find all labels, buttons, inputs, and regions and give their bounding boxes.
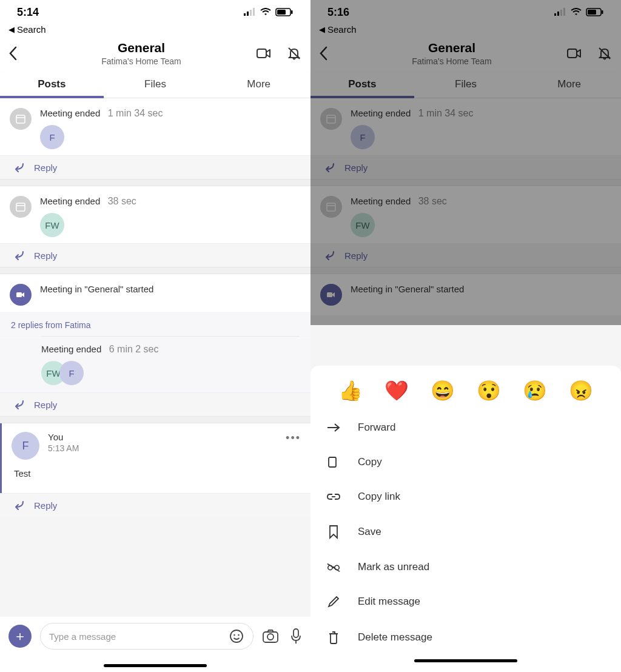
header: General Fatima's Home Team: [310, 38, 621, 72]
avatar: FW: [40, 213, 64, 237]
replies-summary[interactable]: 2 replies from Fatima: [0, 312, 310, 336]
tab-more[interactable]: More: [517, 72, 621, 98]
meeting-ended-item: Meeting ended 1 min 34 sec F: [0, 98, 310, 155]
message-more-icon[interactable]: •••: [286, 432, 301, 445]
nested-reply: Meeting ended 6 min 2 sec FW F: [0, 337, 310, 392]
posts-feed[interactable]: Meeting ended 1 min 34 sec F Reply Meeti…: [0, 98, 310, 617]
reply-button[interactable]: Reply: [0, 243, 310, 267]
reply-button[interactable]: Reply: [310, 243, 621, 267]
sheet-delete[interactable]: Delete message: [310, 619, 621, 656]
status-bar: 5:14: [0, 0, 310, 24]
svg-rect-23: [560, 10, 562, 16]
meeting-title: Meeting ended: [351, 196, 411, 206]
reply-icon: [321, 250, 335, 261]
reply-label: Reply: [34, 500, 57, 511]
svg-rect-1: [247, 12, 249, 16]
tab-posts[interactable]: Posts: [0, 72, 104, 98]
svg-rect-0: [244, 13, 246, 16]
reply-button[interactable]: Reply: [310, 155, 621, 179]
reaction-angry[interactable]: 😠: [569, 379, 593, 402]
back-search-label: Search: [17, 24, 46, 35]
tab-posts[interactable]: Posts: [310, 72, 414, 98]
reply-label: Reply: [344, 163, 368, 173]
reaction-surprised[interactable]: 😯: [477, 379, 501, 402]
reply-button[interactable]: Reply: [0, 493, 310, 517]
battery-icon: [586, 8, 604, 16]
sheet-forward[interactable]: Forward: [310, 411, 621, 445]
compose-placeholder: Type a message: [49, 631, 229, 642]
video-call-icon[interactable]: [566, 45, 582, 61]
sheet-label: Copy link: [358, 491, 400, 503]
channel-title: General: [337, 41, 566, 55]
meeting-duration: 38 sec: [418, 196, 447, 206]
message-item[interactable]: F You 5:13 AM ••• Test: [0, 423, 310, 493]
back-button[interactable]: [319, 46, 337, 61]
sheet-copy[interactable]: Copy: [310, 445, 621, 480]
avatar: FW: [351, 213, 375, 237]
calendar-icon: [320, 196, 342, 218]
notifications-off-icon[interactable]: [597, 45, 613, 61]
home-indicator: [414, 659, 517, 662]
message-body: Test: [2, 465, 310, 493]
copy-icon: [326, 455, 341, 469]
reaction-laugh[interactable]: 😄: [431, 379, 455, 402]
video-call-icon[interactable]: [256, 45, 272, 61]
sheet-copy-link[interactable]: Copy link: [310, 480, 621, 514]
svg-point-18: [267, 634, 274, 640]
emoji-icon[interactable]: [229, 628, 244, 644]
reply-icon: [321, 162, 335, 173]
sheet-mark-unread[interactable]: Mark as unread: [310, 550, 621, 584]
sheet-label: Edit message: [358, 596, 420, 608]
link-icon: [326, 492, 341, 501]
reaction-sad[interactable]: 😢: [523, 379, 547, 402]
message-author: You: [48, 432, 79, 442]
avatar: F: [12, 432, 39, 460]
reply-button[interactable]: Reply: [0, 155, 310, 179]
svg-rect-5: [277, 10, 286, 15]
reply-icon: [11, 399, 24, 410]
reply-label: Reply: [34, 250, 57, 261]
team-subtitle: Fatima's Home Team: [27, 56, 256, 66]
back-search-label: Search: [327, 24, 357, 35]
back-to-search[interactable]: ◀ Search: [0, 24, 310, 38]
sheet-save[interactable]: Save: [310, 514, 621, 550]
meeting-duration: 1 min 34 sec: [108, 108, 163, 118]
reply-icon: [11, 250, 24, 261]
tab-more[interactable]: More: [207, 72, 310, 98]
glasses-off-icon: [326, 562, 341, 573]
back-button[interactable]: [8, 46, 27, 61]
composer: ＋ Type a message: [0, 617, 310, 660]
status-time: 5:14: [17, 6, 39, 19]
svg-point-15: [233, 634, 235, 636]
microphone-icon[interactable]: [290, 628, 302, 645]
svg-rect-30: [327, 115, 335, 123]
notifications-off-icon[interactable]: [286, 45, 302, 61]
channel-title: General: [27, 41, 256, 55]
camera-icon[interactable]: [262, 629, 279, 643]
add-button[interactable]: ＋: [8, 625, 32, 648]
meeting-title: Meeting in "General" started: [40, 284, 153, 294]
reply-label: Reply: [34, 400, 57, 410]
svg-rect-2: [250, 10, 252, 16]
avatar: F: [59, 361, 84, 385]
svg-rect-32: [327, 203, 335, 211]
reply-button[interactable]: Reply: [0, 392, 310, 416]
sheet-label: Copy: [358, 456, 382, 468]
pencil-icon: [326, 595, 341, 608]
back-to-search[interactable]: ◀ Search: [310, 24, 621, 38]
meeting-title: Meeting ended: [40, 108, 100, 118]
avatar: F: [40, 125, 64, 149]
svg-rect-7: [257, 49, 266, 58]
avatar: F: [351, 125, 375, 149]
svg-rect-3: [253, 8, 255, 16]
tab-files[interactable]: Files: [104, 72, 207, 98]
reaction-heart[interactable]: ❤️: [384, 379, 409, 402]
compose-input[interactable]: Type a message: [40, 623, 253, 650]
reaction-like[interactable]: 👍: [338, 379, 363, 402]
wifi-icon: [570, 8, 582, 16]
tab-files[interactable]: Files: [414, 72, 518, 98]
tabs: Posts Files More: [0, 72, 310, 98]
meeting-duration: 1 min 34 sec: [418, 108, 474, 118]
sheet-edit[interactable]: Edit message: [310, 584, 621, 619]
sheet-label: Delete message: [358, 631, 432, 643]
